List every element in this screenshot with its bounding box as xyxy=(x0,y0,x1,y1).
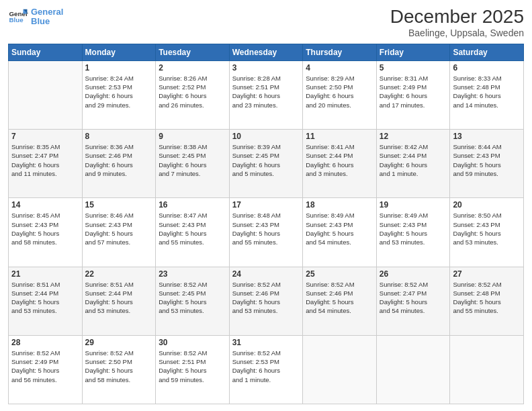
day-info: Sunrise: 8:52 AM Sunset: 2:49 PM Dayligh… xyxy=(11,349,79,384)
day-info: Sunrise: 8:52 AM Sunset: 2:51 PM Dayligh… xyxy=(159,349,226,384)
calendar-body: 1Sunrise: 8:24 AM Sunset: 2:53 PM Daylig… xyxy=(9,60,524,404)
day-number: 3 xyxy=(232,63,300,73)
day-info: Sunrise: 8:49 AM Sunset: 2:43 PM Dayligh… xyxy=(380,211,447,246)
week-row-1: 7Sunrise: 8:35 AM Sunset: 2:47 PM Daylig… xyxy=(9,130,524,198)
day-info: Sunrise: 8:29 AM Sunset: 2:50 PM Dayligh… xyxy=(306,74,373,109)
header-row: SundayMondayTuesdayWednesdayThursdayFrid… xyxy=(9,44,524,60)
day-number: 6 xyxy=(453,63,521,73)
day-info: Sunrise: 8:33 AM Sunset: 2:48 PM Dayligh… xyxy=(453,74,521,109)
day-cell: 18Sunrise: 8:49 AM Sunset: 2:43 PM Dayli… xyxy=(303,198,377,267)
day-cell: 13Sunrise: 8:44 AM Sunset: 2:43 PM Dayli… xyxy=(450,130,524,198)
day-info: Sunrise: 8:35 AM Sunset: 2:47 PM Dayligh… xyxy=(11,142,79,178)
day-header-wednesday: Wednesday xyxy=(229,44,303,60)
day-info: Sunrise: 8:26 AM Sunset: 2:52 PM Dayligh… xyxy=(159,74,226,109)
day-number: 4 xyxy=(306,63,373,73)
day-number: 18 xyxy=(306,200,373,210)
day-number: 15 xyxy=(85,200,153,210)
day-cell: 23Sunrise: 8:52 AM Sunset: 2:45 PM Dayli… xyxy=(156,267,230,335)
day-number: 16 xyxy=(159,200,226,210)
day-cell: 25Sunrise: 8:52 AM Sunset: 2:46 PM Dayli… xyxy=(303,267,377,335)
day-number: 1 xyxy=(85,63,153,73)
day-number: 30 xyxy=(159,338,226,347)
logo-text: General xyxy=(31,7,63,17)
day-cell: 1Sunrise: 8:24 AM Sunset: 2:53 PM Daylig… xyxy=(82,60,156,129)
day-cell: 4Sunrise: 8:29 AM Sunset: 2:50 PM Daylig… xyxy=(303,60,377,129)
day-info: Sunrise: 8:28 AM Sunset: 2:51 PM Dayligh… xyxy=(232,74,300,109)
day-number: 21 xyxy=(11,269,79,279)
day-cell xyxy=(9,60,83,129)
day-info: Sunrise: 8:50 AM Sunset: 2:43 PM Dayligh… xyxy=(453,211,521,246)
day-info: Sunrise: 8:38 AM Sunset: 2:45 PM Dayligh… xyxy=(159,142,226,178)
day-cell: 24Sunrise: 8:52 AM Sunset: 2:46 PM Dayli… xyxy=(229,267,303,335)
day-info: Sunrise: 8:31 AM Sunset: 2:49 PM Dayligh… xyxy=(380,74,447,109)
day-number: 31 xyxy=(232,338,300,347)
day-number: 24 xyxy=(232,269,300,279)
day-number: 17 xyxy=(232,200,300,210)
day-number: 29 xyxy=(85,338,153,347)
day-cell: 16Sunrise: 8:47 AM Sunset: 2:43 PM Dayli… xyxy=(156,198,230,267)
day-cell xyxy=(450,335,524,404)
day-info: Sunrise: 8:51 AM Sunset: 2:44 PM Dayligh… xyxy=(11,280,79,316)
day-number: 7 xyxy=(11,132,79,141)
day-number: 20 xyxy=(453,200,521,210)
day-cell: 29Sunrise: 8:52 AM Sunset: 2:50 PM Dayli… xyxy=(82,335,156,404)
logo-icon: General Blue xyxy=(8,7,28,27)
day-info: Sunrise: 8:52 AM Sunset: 2:50 PM Dayligh… xyxy=(85,349,153,384)
day-number: 27 xyxy=(453,269,521,279)
day-number: 2 xyxy=(159,63,226,73)
day-cell: 26Sunrise: 8:52 AM Sunset: 2:47 PM Dayli… xyxy=(376,267,450,335)
main-title: December 2025 xyxy=(390,7,524,28)
day-header-monday: Monday xyxy=(82,44,156,60)
day-number: 22 xyxy=(85,269,153,279)
day-cell: 7Sunrise: 8:35 AM Sunset: 2:47 PM Daylig… xyxy=(9,130,83,198)
page-container: General Blue General Blue December 2025 … xyxy=(0,0,532,411)
day-cell: 19Sunrise: 8:49 AM Sunset: 2:43 PM Dayli… xyxy=(376,198,450,267)
day-cell: 3Sunrise: 8:28 AM Sunset: 2:51 PM Daylig… xyxy=(229,60,303,129)
day-cell: 22Sunrise: 8:51 AM Sunset: 2:44 PM Dayli… xyxy=(82,267,156,335)
day-cell: 12Sunrise: 8:42 AM Sunset: 2:44 PM Dayli… xyxy=(376,130,450,198)
day-number: 19 xyxy=(380,200,447,210)
calendar-header: SundayMondayTuesdayWednesdayThursdayFrid… xyxy=(9,44,524,60)
day-cell xyxy=(376,335,450,404)
calendar-table: SundayMondayTuesdayWednesdayThursdayFrid… xyxy=(8,44,524,404)
day-cell: 6Sunrise: 8:33 AM Sunset: 2:48 PM Daylig… xyxy=(450,60,524,129)
day-cell: 28Sunrise: 8:52 AM Sunset: 2:49 PM Dayli… xyxy=(9,335,83,404)
day-number: 10 xyxy=(232,132,300,141)
day-number: 14 xyxy=(11,200,79,210)
day-cell: 5Sunrise: 8:31 AM Sunset: 2:49 PM Daylig… xyxy=(376,60,450,129)
day-number: 12 xyxy=(380,132,447,141)
day-info: Sunrise: 8:39 AM Sunset: 2:45 PM Dayligh… xyxy=(232,142,300,178)
week-row-2: 14Sunrise: 8:45 AM Sunset: 2:43 PM Dayli… xyxy=(9,198,524,267)
subtitle: Baelinge, Uppsala, Sweden xyxy=(390,28,524,38)
day-info: Sunrise: 8:51 AM Sunset: 2:44 PM Dayligh… xyxy=(85,280,153,316)
day-cell: 8Sunrise: 8:36 AM Sunset: 2:46 PM Daylig… xyxy=(82,130,156,198)
title-block: December 2025 Baelinge, Uppsala, Sweden xyxy=(390,7,524,38)
day-cell: 11Sunrise: 8:41 AM Sunset: 2:44 PM Dayli… xyxy=(303,130,377,198)
day-info: Sunrise: 8:36 AM Sunset: 2:46 PM Dayligh… xyxy=(85,142,153,178)
day-info: Sunrise: 8:42 AM Sunset: 2:44 PM Dayligh… xyxy=(380,142,447,178)
day-info: Sunrise: 8:44 AM Sunset: 2:43 PM Dayligh… xyxy=(453,142,521,178)
day-cell: 21Sunrise: 8:51 AM Sunset: 2:44 PM Dayli… xyxy=(9,267,83,335)
svg-text:Blue: Blue xyxy=(9,16,24,24)
day-header-tuesday: Tuesday xyxy=(156,44,230,60)
day-cell: 15Sunrise: 8:46 AM Sunset: 2:43 PM Dayli… xyxy=(82,198,156,267)
day-info: Sunrise: 8:46 AM Sunset: 2:43 PM Dayligh… xyxy=(85,211,153,246)
day-info: Sunrise: 8:52 AM Sunset: 2:53 PM Dayligh… xyxy=(232,349,300,384)
week-row-3: 21Sunrise: 8:51 AM Sunset: 2:44 PM Dayli… xyxy=(9,267,524,335)
week-row-4: 28Sunrise: 8:52 AM Sunset: 2:49 PM Dayli… xyxy=(9,335,524,404)
day-number: 23 xyxy=(159,269,226,279)
day-cell: 17Sunrise: 8:48 AM Sunset: 2:43 PM Dayli… xyxy=(229,198,303,267)
logo: General Blue General Blue xyxy=(8,7,63,27)
day-cell: 31Sunrise: 8:52 AM Sunset: 2:53 PM Dayli… xyxy=(229,335,303,404)
header: General Blue General Blue December 2025 … xyxy=(8,7,524,38)
day-info: Sunrise: 8:49 AM Sunset: 2:43 PM Dayligh… xyxy=(306,211,373,246)
day-header-saturday: Saturday xyxy=(450,44,524,60)
day-info: Sunrise: 8:52 AM Sunset: 2:48 PM Dayligh… xyxy=(453,280,521,316)
day-cell: 10Sunrise: 8:39 AM Sunset: 2:45 PM Dayli… xyxy=(229,130,303,198)
day-number: 8 xyxy=(85,132,153,141)
day-info: Sunrise: 8:52 AM Sunset: 2:47 PM Dayligh… xyxy=(380,280,447,316)
day-header-friday: Friday xyxy=(376,44,450,60)
day-info: Sunrise: 8:52 AM Sunset: 2:45 PM Dayligh… xyxy=(159,280,226,316)
day-number: 9 xyxy=(159,132,226,141)
day-header-thursday: Thursday xyxy=(303,44,377,60)
